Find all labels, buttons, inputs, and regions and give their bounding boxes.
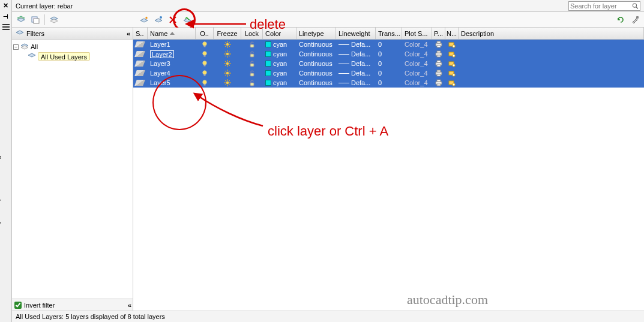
table-row[interactable]: Layer4cyanContinuousDefa...0Color_4 bbox=[133, 68, 644, 78]
search-input[interactable] bbox=[570, 2, 631, 10]
filters-title: Filters bbox=[26, 30, 44, 37]
svg-rect-72 bbox=[250, 73, 254, 76]
filters-panel: Filters « − All All Used Layers bbox=[12, 28, 133, 311]
plotstyle: Color_4 bbox=[405, 41, 428, 48]
svg-point-43 bbox=[453, 55, 455, 57]
svg-line-19 bbox=[229, 42, 230, 43]
printer-icon bbox=[435, 60, 442, 67]
col-newvp[interactable]: N... bbox=[445, 28, 459, 39]
col-freeze[interactable]: Freeze bbox=[214, 28, 241, 39]
new-vp-freeze-icon bbox=[448, 70, 456, 77]
transparency: 0 bbox=[378, 79, 382, 86]
new-frozen-layer-icon[interactable] bbox=[153, 14, 164, 25]
pin-icon[interactable]: ⊣ bbox=[2, 12, 10, 20]
sort-asc-icon bbox=[170, 32, 175, 35]
svg-rect-28 bbox=[204, 55, 206, 57]
table-row[interactable]: Layer2cyanContinuousDefa...0Color_4 bbox=[133, 49, 644, 59]
svg-point-10 bbox=[203, 42, 206, 46]
svg-rect-62 bbox=[204, 74, 206, 76]
svg-rect-55 bbox=[250, 64, 254, 67]
tree-child-label: All Used Layers bbox=[38, 52, 90, 61]
table-row[interactable]: Layer5cyanContinuousDefa...0Color_4 bbox=[133, 78, 644, 88]
new-layer-state-icon[interactable] bbox=[16, 14, 26, 25]
layer-name: Layer3 bbox=[150, 60, 170, 67]
col-description[interactable]: Description bbox=[459, 28, 644, 39]
transparency: 0 bbox=[378, 41, 382, 48]
unlock-icon bbox=[248, 50, 256, 58]
bulb-on-icon bbox=[201, 79, 208, 86]
lineweight: Defa... bbox=[351, 70, 370, 77]
plotstyle: Color_4 bbox=[405, 50, 428, 58]
layers-icon bbox=[20, 43, 29, 51]
sun-icon bbox=[224, 50, 231, 58]
lineweight-icon bbox=[339, 64, 349, 64]
set-current-icon[interactable] bbox=[182, 14, 193, 25]
table-row[interactable]: Layer1cyanContinuousDefa...0Color_4 bbox=[133, 40, 644, 49]
close-icon[interactable]: ✕ bbox=[2, 1, 10, 10]
refresh-icon[interactable] bbox=[615, 14, 626, 25]
collapse-invert-icon[interactable]: « bbox=[128, 302, 130, 309]
layer-isolate-icon[interactable] bbox=[49, 14, 59, 25]
lineweight: Defa... bbox=[351, 41, 370, 48]
col-plot[interactable]: P... bbox=[432, 28, 445, 39]
color-swatch bbox=[265, 80, 271, 86]
svg-rect-45 bbox=[204, 65, 206, 67]
svg-rect-11 bbox=[204, 46, 206, 47]
svg-line-51 bbox=[225, 61, 226, 62]
search-icon bbox=[632, 2, 639, 10]
new-vp-freeze-icon bbox=[448, 60, 456, 67]
layer-status-icon bbox=[134, 70, 145, 76]
svg-line-68 bbox=[225, 71, 226, 72]
layer-name: Layer5 bbox=[150, 79, 170, 86]
svg-point-44 bbox=[203, 61, 206, 65]
printer-icon bbox=[435, 70, 442, 77]
layer-name: Layer1 bbox=[150, 41, 170, 48]
svg-rect-89 bbox=[250, 83, 254, 86]
col-lineweight[interactable]: Lineweight bbox=[336, 28, 376, 39]
new-vp-freeze-icon bbox=[448, 41, 456, 48]
svg-line-52 bbox=[229, 65, 230, 66]
col-name[interactable]: Name bbox=[148, 28, 196, 39]
svg-point-77 bbox=[453, 74, 455, 76]
bulb-on-icon bbox=[201, 41, 208, 48]
svg-line-18 bbox=[229, 46, 230, 47]
svg-line-4 bbox=[636, 7, 638, 8]
layer-name: Layer4 bbox=[150, 70, 170, 77]
delete-layer-icon[interactable] bbox=[167, 14, 178, 25]
color-name: cyan bbox=[273, 41, 287, 48]
status-text: All Used Layers: 5 layers displayed of 8… bbox=[16, 313, 165, 320]
table-row[interactable]: Layer3cyanContinuousDefa...0Color_4 bbox=[133, 59, 644, 68]
unlock-icon bbox=[248, 79, 256, 86]
col-status[interactable]: S.. bbox=[133, 28, 148, 39]
col-lock[interactable]: Lock bbox=[241, 28, 263, 39]
bulb-on-icon bbox=[201, 70, 208, 77]
bulb-on-icon bbox=[201, 50, 208, 58]
col-color[interactable]: Color bbox=[263, 28, 296, 39]
tree-child-all-used[interactable]: All Used Layers bbox=[13, 52, 131, 61]
color-swatch bbox=[265, 70, 271, 76]
unlock-icon bbox=[248, 60, 256, 67]
new-layer-icon[interactable] bbox=[139, 14, 149, 25]
layer-states-manager-icon[interactable] bbox=[30, 14, 41, 25]
expander-icon[interactable]: − bbox=[13, 44, 19, 50]
sun-icon bbox=[224, 70, 231, 77]
svg-rect-1 bbox=[2, 26, 10, 28]
menu-icon[interactable] bbox=[2, 23, 10, 31]
svg-rect-79 bbox=[204, 84, 206, 86]
settings-icon[interactable] bbox=[630, 14, 640, 25]
svg-rect-58 bbox=[437, 65, 441, 67]
collapse-filters-icon[interactable]: « bbox=[127, 30, 129, 37]
linetype: Continuous bbox=[299, 50, 333, 58]
col-plotstyle[interactable]: Plot S... bbox=[402, 28, 432, 39]
bulb-on-icon bbox=[201, 60, 208, 67]
invert-filter-checkbox[interactable] bbox=[14, 302, 22, 309]
col-on[interactable]: O.. bbox=[196, 28, 214, 39]
svg-point-80 bbox=[226, 82, 229, 84]
layers-icon bbox=[28, 52, 36, 61]
col-trans[interactable]: Trans... bbox=[376, 28, 402, 39]
svg-rect-24 bbox=[437, 46, 441, 47]
col-linetype[interactable]: Linetype bbox=[296, 28, 336, 39]
tree-root-all[interactable]: − All bbox=[13, 42, 131, 52]
transparency: 0 bbox=[378, 60, 382, 67]
search-box[interactable] bbox=[568, 1, 640, 11]
